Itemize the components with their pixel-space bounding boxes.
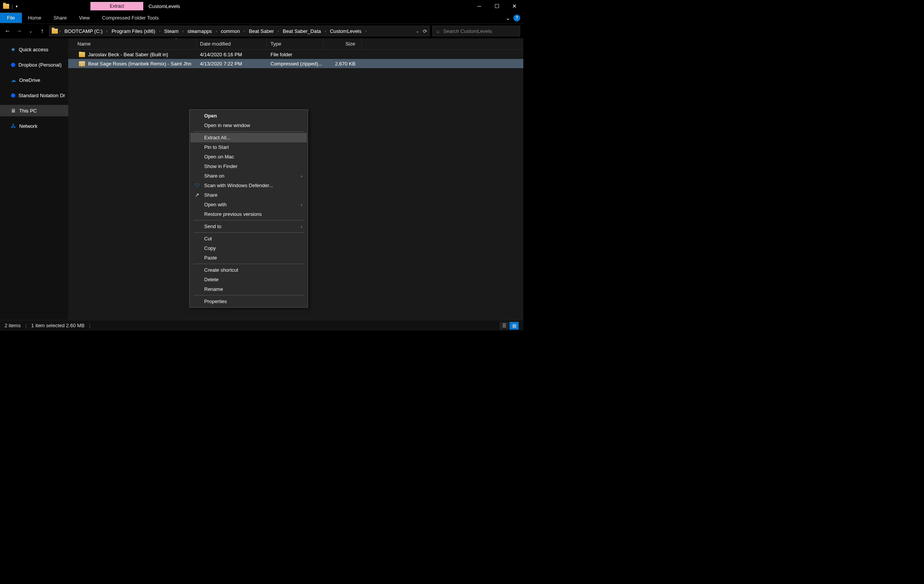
address-bar[interactable]: › BOOTCAMP (C:) › Program Files (x86) › … [49,26,430,36]
ctx-paste[interactable]: Paste [190,253,307,263]
maximize-button[interactable]: ☐ [488,0,506,12]
titlebar-left: | ▾ [0,3,18,9]
star-icon: ★ [11,46,16,53]
breadcrumb[interactable]: common [218,28,242,34]
ctx-open-with[interactable]: Open with› [190,200,307,209]
ctx-share-on[interactable]: Share on› [190,171,307,181]
col-type[interactable]: Type [267,38,323,49]
contextual-tab-extract[interactable]: Extract [91,2,143,10]
tab-compressed-tools[interactable]: Compressed Folder Tools [96,13,165,23]
nav-recent-dropdown[interactable]: ⌄ [26,26,35,36]
ctx-open[interactable]: Open [190,111,307,120]
sidebar-item-standard[interactable]: ⬢Standard Notation Dr [0,90,68,101]
ctx-create-shortcut[interactable]: Create shortcut [190,265,307,275]
zip-icon [79,61,85,66]
qat-separator: | [12,3,13,9]
breadcrumb[interactable]: CustomLevels [328,28,363,34]
sidebar-item-network[interactable]: 🖧Network [0,120,68,132]
chevron-right-icon[interactable]: › [59,29,61,33]
view-icons-button[interactable]: ▦ [510,322,519,329]
breadcrumb[interactable]: Steam [162,28,181,34]
breadcrumb[interactable]: BOOTCAMP (C:) [62,28,105,34]
ctx-extract-all[interactable]: Extract All... [190,133,307,142]
file-name: Jaroslav Beck - Beat Saber (Built in) [88,52,168,58]
chevron-right-icon[interactable]: › [244,29,245,33]
qat-dropdown-icon[interactable]: ▾ [16,4,18,8]
share-icon: ↗ [193,192,200,198]
col-date[interactable]: Date modified [196,38,267,49]
search-icon: ⌕ [436,28,439,34]
body: ★Quick access ⬢Dropbox (Personal) ☁OneDr… [0,38,523,320]
file-type: File folder [267,52,323,58]
sidebar-item-this-pc[interactable]: 🖥This PC [0,105,68,116]
status-bar: 2 items | 1 item selected 2.60 MB | ☰ ▦ [0,320,523,331]
ribbon-collapse-icon[interactable]: ⌄ [506,15,510,21]
ctx-separator [193,295,304,295]
sidebar-item-dropbox[interactable]: ⬢Dropbox (Personal) [0,59,68,71]
pc-icon: 🖥 [11,107,16,114]
file-row[interactable]: Beat Sage Roses (Imanbek Remix) - Saint … [68,59,523,68]
help-icon[interactable]: ? [513,15,520,21]
col-size[interactable]: Size [323,38,361,49]
context-menu: Open Open in new window Extract All... P… [189,109,308,308]
ctx-separator [193,232,304,233]
ctx-label: Share [204,192,218,198]
addr-dropdown-icon[interactable]: ⌄ [416,29,419,34]
chevron-right-icon[interactable]: › [107,29,108,33]
breadcrumb[interactable]: Beat Saber [247,28,276,34]
file-name: Beat Sage Roses (Imanbek Remix) - Saint … [88,61,191,67]
ctx-label: Send to [204,224,221,229]
chevron-right-icon[interactable]: › [365,29,366,33]
sidebar-item-label: Standard Notation Dr [18,93,65,98]
ctx-show-in-finder[interactable]: Show in Finder [190,161,307,171]
tab-view[interactable]: View [73,13,96,23]
search-placeholder: Search CustomLevels [443,28,492,34]
ctx-pin-to-start[interactable]: Pin to Start [190,142,307,152]
ctx-defender[interactable]: 🛡Scan with Windows Defender... [190,181,307,190]
ctx-open-on-mac[interactable]: Open on Mac [190,152,307,161]
breadcrumb[interactable]: Beat Saber_Data [280,28,323,34]
close-button[interactable]: ✕ [506,0,523,12]
ctx-open-new-window[interactable]: Open in new window [190,120,307,130]
status-separator: | [25,322,26,328]
sidebar-item-quick-access[interactable]: ★Quick access [0,44,68,55]
nav-back-button[interactable]: ← [3,26,12,36]
nav-forward-button[interactable]: → [15,26,24,36]
minimize-button[interactable]: ─ [470,0,488,12]
tab-file[interactable]: File [0,13,22,23]
refresh-icon[interactable]: ⟳ [423,28,427,34]
chevron-right-icon[interactable]: › [159,29,160,33]
ctx-restore-versions[interactable]: Restore previous versions [190,209,307,219]
chevron-right-icon: › [301,224,302,229]
sidebar-item-label: Quick access [19,47,48,53]
ctx-separator [193,264,304,264]
chevron-right-icon[interactable]: › [278,29,279,33]
ctx-copy[interactable]: Copy [190,243,307,253]
view-toggles: ☰ ▦ [500,322,519,329]
onedrive-icon: ☁ [11,77,16,83]
chevron-right-icon[interactable]: › [182,29,183,33]
dropbox-icon: ⬢ [11,92,15,98]
status-item-count: 2 items [5,322,21,328]
view-details-button[interactable]: ☰ [500,322,509,329]
tab-share[interactable]: Share [48,13,73,23]
folder-icon [79,52,85,57]
ctx-cut[interactable]: Cut [190,234,307,243]
tab-home[interactable]: Home [22,13,48,23]
ctx-properties[interactable]: Properties [190,296,307,306]
nav-up-button[interactable]: ↑ [38,26,47,36]
shield-icon: 🛡 [193,183,200,188]
breadcrumb[interactable]: steamapps [185,28,214,34]
file-size: 2,670 KB [323,61,361,67]
search-input[interactable]: ⌕ Search CustomLevels [432,26,520,36]
sidebar-item-onedrive[interactable]: ☁OneDrive [0,74,68,86]
breadcrumb[interactable]: Program Files (x86) [109,28,157,34]
file-row[interactable]: Jaroslav Beck - Beat Saber (Built in) 4/… [68,50,523,59]
chevron-right-icon[interactable]: › [216,29,217,33]
chevron-right-icon[interactable]: › [325,29,326,33]
titlebar: | ▾ Extract CustomLevels ─ ☐ ✕ [0,0,523,12]
ctx-send-to[interactable]: Send to› [190,222,307,231]
ctx-share[interactable]: ↗Share [190,190,307,200]
ctx-rename[interactable]: Rename [190,285,307,294]
ctx-delete[interactable]: Delete [190,275,307,285]
